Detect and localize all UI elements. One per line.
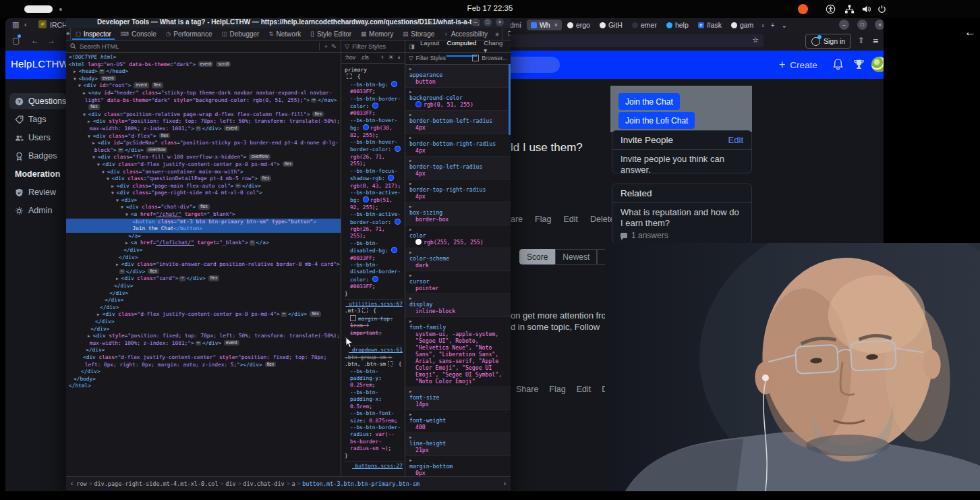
bookmark-star-icon[interactable]: ☆	[752, 36, 759, 45]
selector-highlight-icon[interactable]	[388, 361, 393, 366]
markup-line[interactable]: </div>	[66, 297, 341, 304]
markup-line[interactable]: </a>	[66, 233, 341, 240]
search-html-input[interactable]: Search HTML	[80, 43, 119, 50]
expander-arrow-icon[interactable]: ▼	[125, 212, 131, 217]
devtools-tab-memory[interactable]: ▦Memory	[356, 28, 398, 40]
rule-selector[interactable]: .btn, .btn-sm {	[345, 361, 403, 368]
expander-arrow-icon[interactable]: ▶	[97, 312, 103, 317]
devtools-maximize-button[interactable]: □	[484, 18, 492, 26]
related-question-link[interactable]: What is reputation and how do I earn the…	[612, 203, 751, 228]
dom-badge-flex[interactable]: flex	[159, 133, 171, 139]
css-declaration[interactable]: margin-top: 1rem ! important;	[345, 315, 403, 337]
markup-line[interactable]: ▼ <a href="/chat/" target="_blank">	[66, 211, 341, 219]
notifications-bell-icon[interactable]	[832, 58, 844, 71]
signin-button[interactable]: Sign in	[805, 34, 851, 49]
computed-property[interactable]: ▶font-size14px	[405, 387, 511, 410]
browser-styles-checkbox[interactable]	[472, 55, 479, 61]
expander-arrow-icon[interactable]: ▶	[409, 66, 507, 72]
breadcrumb-item[interactable]: a	[290, 480, 296, 487]
css-declaration[interactable]: --bs-btn-focus-shadow-rgb: rgb(0, 43, 21…	[345, 168, 403, 190]
markup-line[interactable]: max-width: 100%; z-index: 1081;">⋯</div>…	[66, 340, 341, 348]
window-minimize-button[interactable]: –	[839, 20, 849, 30]
ellipsis-pill[interactable]: ⋯	[118, 148, 123, 153]
eyedropper-icon[interactable]: ✎	[331, 43, 337, 50]
sidebar-item-review[interactable]: Review	[9, 184, 66, 200]
sidebar-item-questions[interactable]: ?Questions	[9, 93, 66, 109]
computed-property[interactable]: ▶box-sizingborder-box	[405, 202, 511, 225]
markup-line[interactable]: ▼ <div id="root">eventflex	[66, 82, 341, 90]
markup-line[interactable]: ▼ <div class="questionDetailPage pt-4 mb…	[66, 175, 341, 183]
computed-property[interactable]: ▶background-colorrgb(0, 51, 255)	[405, 88, 511, 111]
expander-arrow-icon[interactable]: ▶	[74, 69, 79, 74]
window-maximize-button[interactable]: □	[857, 20, 867, 30]
firefox-view-icon[interactable]: ▢	[12, 36, 20, 45]
filter-styles-input[interactable]: Filter Styles	[352, 43, 386, 50]
devtools-title[interactable]: Developer Tools — What is a tag? - HelpL…	[66, 17, 511, 28]
computed-property[interactable]: ▶line-height21px	[405, 433, 511, 456]
question-action[interactable]: are	[511, 215, 523, 224]
notification-tray-icon[interactable]	[798, 4, 808, 14]
markup-line[interactable]: ▼ <div class="page-right-side mt-4 mt-xl…	[66, 190, 341, 197]
markup-line[interactable]: ▶ <div class="d-flex justify-content-cen…	[66, 311, 341, 318]
expander-arrow-icon[interactable]: ▶	[409, 250, 507, 255]
answer-action-share[interactable]: Share	[516, 385, 538, 394]
markup-line-selected[interactable]: <button class="mt-3 btn btn-primary btn-…	[66, 219, 341, 226]
devtools-tab-debugger[interactable]: ◫Debugger	[217, 28, 264, 40]
color-swatch[interactable]	[395, 146, 401, 152]
devtools-tab-console[interactable]: ⌨Console	[116, 28, 161, 40]
dom-badge-event[interactable]: event	[224, 126, 239, 132]
color-swatch[interactable]	[395, 219, 401, 225]
sidebar-toggle-icon[interactable]: ▥	[12, 20, 19, 29]
markup-line[interactable]: ▶ <nav id="header" class="sticky-top the…	[66, 90, 341, 97]
list-all-tabs-icon[interactable]: ⌄	[782, 22, 787, 29]
expander-arrow-icon[interactable]: ▶	[409, 181, 507, 186]
back-button[interactable]: ←	[31, 36, 39, 45]
markup-line[interactable]: </div>	[66, 326, 341, 333]
markup-line[interactable]: <div class="d-flex justify-content-cente…	[66, 354, 341, 362]
site-logo[interactable]: HelpLCTHW	[11, 58, 69, 70]
expander-arrow-icon[interactable]: ▶	[88, 119, 93, 124]
class-toggle[interactable]: .cls	[360, 54, 369, 61]
rule-selector[interactable]: primary	[345, 67, 403, 74]
color-scheme-sim-icon[interactable]: ◐	[398, 54, 401, 61]
sort-option-newest[interactable]: Newest	[555, 249, 597, 265]
expander-arrow-icon[interactable]: ▼	[88, 134, 93, 139]
tab-close-icon[interactable]: ×	[554, 22, 558, 28]
expander-arrow-icon[interactable]: ▶	[409, 457, 507, 463]
dom-badge-event[interactable]: event	[198, 61, 214, 67]
css-declaration[interactable]: --bs-btn-disabled-border-color: #0033FF;	[345, 262, 403, 291]
ellipsis-pill[interactable]: ⋯	[196, 341, 201, 346]
markup-line[interactable]: ▶ <div class="page-main flex-auto col">⋯…	[66, 183, 341, 190]
dom-badge-flex[interactable]: flex	[208, 275, 220, 281]
expander-arrow-icon[interactable]: ▼	[102, 169, 107, 175]
expander-arrow-icon[interactable]: ▼	[107, 176, 112, 182]
markup-line[interactable]: </div>	[66, 290, 341, 298]
scroll-tabs-right-icon[interactable]: ›	[761, 22, 763, 29]
css-declaration[interactable]: --bs-btn-hover-bg: rgb(38, 82, 255);	[345, 117, 403, 139]
markup-line[interactable]: ⋯</div>flex	[66, 269, 341, 276]
ellipsis-pill[interactable]: ⋯	[311, 98, 316, 103]
expander-arrow-icon[interactable]: ▼	[92, 155, 98, 160]
expander-arrow-icon[interactable]: ▼	[78, 83, 84, 88]
breadcrumb-scroll-right-icon[interactable]: ›	[502, 480, 508, 487]
dom-badge-event[interactable]: event	[134, 82, 149, 88]
light-theme-sim-icon[interactable]: ☀	[388, 54, 393, 61]
computed-property[interactable]: ▶appearancebutton	[405, 65, 511, 88]
dom-badge-flex[interactable]: flex	[265, 362, 277, 368]
breadcrumb-item[interactable]: div.chat-div	[241, 480, 285, 487]
markup-line[interactable]: ▶ <div class="card">⋯</div>flex	[66, 275, 341, 283]
selector-highlight-icon[interactable]	[347, 74, 352, 79]
markup-line[interactable]: left: 0px; right: 0px; margin: auto; z-i…	[66, 362, 341, 369]
expander-arrow-icon[interactable]: ▶	[83, 90, 88, 96]
css-declaration[interactable]: --bs-btn-active-bg: rgb(51, 92, 255);	[345, 190, 403, 211]
sidebar-item-admin[interactable]: Admin	[9, 202, 66, 219]
expander-arrow-icon[interactable]: ▶	[409, 158, 507, 163]
dom-badge-flex[interactable]: flex	[88, 104, 100, 110]
dom-badge-flex[interactable]: flex	[312, 111, 324, 117]
devtools-tab-inspector[interactable]: ▢Inspector	[71, 28, 116, 40]
css-declaration[interactable]: --bs-btn-bg: #0033FF;	[345, 81, 403, 96]
ellipsis-pill[interactable]: ⋯	[99, 69, 105, 74]
markup-line[interactable]: ▶ <div class="invite-answer-card positio…	[66, 261, 341, 269]
markup-line[interactable]: ▼ <div class="d-flex">flex	[66, 133, 341, 140]
browser-tab[interactable]: ##ask	[694, 20, 726, 30]
